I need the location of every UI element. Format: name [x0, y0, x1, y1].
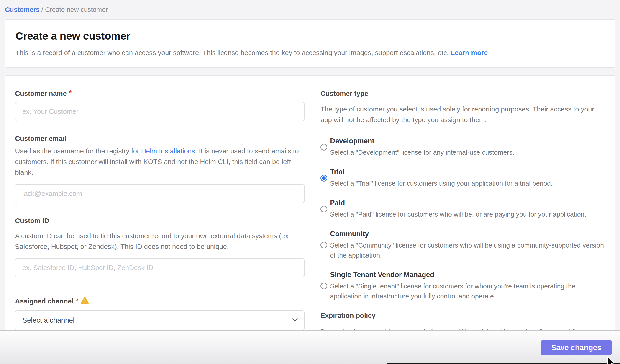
page-description: This is a record of a customer who can a… — [16, 49, 604, 57]
customer-type-help: The type of customer you select is used … — [321, 104, 605, 125]
breadcrumb-separator: / — [41, 6, 45, 13]
radio-paid-title: Paid — [330, 199, 586, 207]
assigned-channel-required-asterisk: * — [76, 296, 78, 304]
helm-installations-link[interactable]: Helm Installations — [141, 147, 195, 155]
radio-development[interactable] — [321, 144, 327, 151]
customer-form-card: Customer name * Customer email Used as t… — [5, 75, 615, 331]
radio-development-title: Development — [330, 137, 514, 145]
radio-option-development[interactable]: Development Select a "Development" licen… — [321, 137, 605, 158]
page-title: Create a new customer — [16, 29, 604, 42]
learn-more-link[interactable]: Learn more — [450, 49, 488, 57]
expiration-policy-label: Expiration policy — [321, 312, 605, 320]
customer-type-label: Customer type — [321, 90, 605, 97]
custom-id-input[interactable] — [15, 258, 305, 277]
customer-name-label: Customer name — [15, 90, 67, 97]
page-header-card: Create a new customer This is a record o… — [5, 19, 615, 68]
assigned-channel-select[interactable]: Select a channel — [15, 310, 305, 330]
radio-option-trial[interactable]: Trial Select a "Trial" license for custo… — [321, 168, 605, 188]
mouse-cursor — [607, 357, 619, 364]
form-right-column: Customer type The type of customer you s… — [321, 90, 605, 337]
radio-community-description: Select a "Community" license for custome… — [330, 240, 605, 260]
page-description-text: This is a record of a customer who can a… — [16, 49, 449, 57]
form-left-column: Customer name * Customer email Used as t… — [15, 90, 305, 330]
customer-name-required-asterisk: * — [69, 89, 72, 96]
assigned-channel-field: Assigned channel * Select a channel — [15, 297, 305, 330]
radio-development-description: Select a "Development" license for any i… — [330, 147, 514, 158]
warning-icon — [81, 296, 89, 305]
breadcrumb-link-customers[interactable]: Customers — [5, 6, 40, 13]
radio-paid[interactable] — [321, 206, 327, 213]
assigned-channel-label: Assigned channel — [15, 297, 74, 305]
radio-trial-title: Trial — [330, 168, 553, 176]
assigned-channel-selected-value: Select a channel — [22, 316, 75, 324]
customer-name-field: Customer name * — [15, 90, 305, 121]
save-button[interactable]: Save changes — [541, 340, 612, 355]
radio-single-tenant-title: Single Tenant Vendor Managed — [330, 271, 605, 279]
radio-community[interactable] — [321, 242, 327, 248]
radio-community-title: Community — [330, 230, 605, 238]
radio-option-community[interactable]: Community Select a "Community" license f… — [321, 230, 605, 260]
custom-id-help: A custom ID can be used to tie this cust… — [15, 231, 305, 252]
breadcrumb: Customers / Create new customer — [5, 5, 108, 14]
radio-trial-description: Select a "Trial" license for customers u… — [330, 178, 553, 188]
custom-id-field: Custom ID A custom ID can be used to tie… — [15, 217, 305, 277]
chevron-down-icon — [292, 318, 298, 323]
radio-trial[interactable] — [321, 175, 327, 182]
customer-email-input[interactable] — [15, 184, 305, 203]
save-bar: Save changes — [0, 330, 620, 364]
custom-id-label: Custom ID — [15, 217, 49, 225]
breadcrumb-current: Create new customer — [45, 6, 108, 13]
radio-option-paid[interactable]: Paid Select a "Paid" license for custome… — [321, 199, 605, 219]
radio-paid-description: Select a "Paid" license for customers wh… — [330, 209, 586, 219]
customer-email-field: Customer email Used as the username for … — [15, 135, 305, 203]
radio-option-single-tenant[interactable]: Single Tenant Vendor Managed Select a "S… — [321, 271, 605, 301]
radio-single-tenant-description: Select a "Single tenant" license for cus… — [330, 281, 605, 301]
customer-name-input[interactable] — [15, 102, 305, 121]
customer-email-help: Used as the username for the registry fo… — [15, 146, 305, 178]
customer-type-radio-group: Development Select a "Development" licen… — [321, 137, 605, 301]
radio-single-tenant[interactable] — [321, 283, 327, 289]
customer-email-label: Customer email — [15, 135, 66, 142]
